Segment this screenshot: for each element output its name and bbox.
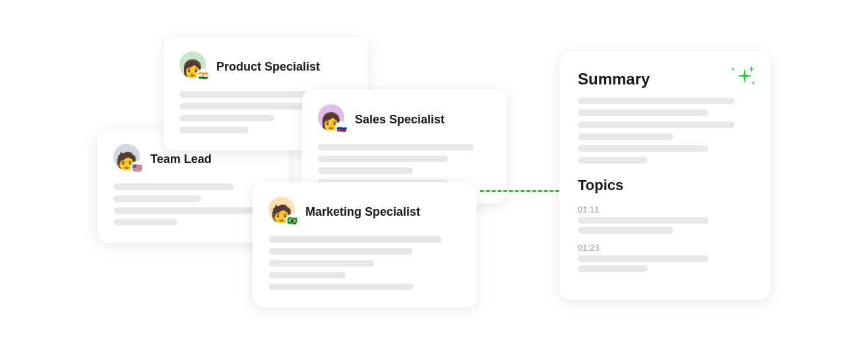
topic-line [578, 255, 708, 262]
placeholder-line [179, 127, 249, 133]
summary-panel: + + Summary Topics 01:11 01:23 [559, 51, 770, 300]
card-header: 👩 🇮🇳 Product Specialist [179, 51, 352, 82]
topic-line [578, 265, 648, 272]
placeholder-line [113, 207, 257, 214]
topic-line [578, 227, 673, 234]
summary-line [578, 157, 648, 164]
summary-line [578, 98, 735, 104]
connector-line [480, 190, 559, 192]
flag-us: 🇺🇸 [131, 161, 144, 174]
placeholder-line [268, 260, 375, 267]
placeholder-line [268, 284, 413, 290]
avatar-sales: 👩 🇷🇺 [318, 104, 348, 135]
avatar-product: 👩 🇮🇳 [179, 51, 210, 82]
summary-lines [578, 98, 752, 164]
placeholder-line [318, 144, 474, 150]
card-header: 🧑 🇧🇷 Marketing Specialist [268, 197, 461, 227]
flag-in: 🇮🇳 [197, 69, 210, 82]
marketing-specialist-card[interactable]: 🧑 🇧🇷 Marketing Specialist [253, 182, 477, 307]
marketing-specialist-title: Marketing Specialist [305, 205, 420, 219]
main-scene: 🧑 🇺🇸 Team Lead 👩 🇮🇳 Product [0, 0, 868, 351]
placeholder-line [268, 272, 346, 278]
topic-time-1: 01:11 [578, 205, 752, 214]
topic-item-1: 01:11 [578, 205, 752, 234]
svg-text:+: + [731, 65, 735, 73]
svg-text:+: + [751, 79, 755, 86]
cards-area: 🧑 🇺🇸 Team Lead 👩 🇮🇳 Product [98, 17, 546, 334]
placeholder-line [268, 236, 442, 243]
placeholder-line [268, 248, 413, 255]
placeholder-line [113, 183, 233, 190]
avatar-marketing: 🧑 🇧🇷 [268, 197, 299, 227]
avatar-team-lead: 🧑 🇺🇸 [113, 144, 144, 174]
team-lead-title: Team Lead [150, 152, 212, 166]
placeholder-line [318, 156, 448, 162]
summary-line [578, 133, 673, 140]
placeholder-line [179, 103, 309, 110]
topic-time-2: 01:23 [578, 243, 752, 253]
topic-item-2: 01:23 [578, 243, 752, 272]
card-header: 👩 🇷🇺 Sales Specialist [318, 104, 491, 135]
sales-specialist-title: Sales Specialist [355, 113, 445, 127]
product-specialist-title: Product Specialist [216, 60, 320, 74]
summary-line [578, 145, 708, 152]
flag-ru: 🇷🇺 [335, 121, 348, 135]
summary-line [578, 121, 735, 128]
placeholder-line [318, 168, 413, 174]
summary-line [578, 110, 708, 116]
placeholder-line [113, 219, 177, 226]
topics-title: Topics [578, 177, 752, 194]
flag-br: 🇧🇷 [286, 214, 299, 227]
topic-line [578, 217, 708, 224]
sparkle-icon: + + [723, 63, 757, 102]
placeholder-line [179, 115, 274, 121]
placeholder-line [113, 195, 201, 202]
